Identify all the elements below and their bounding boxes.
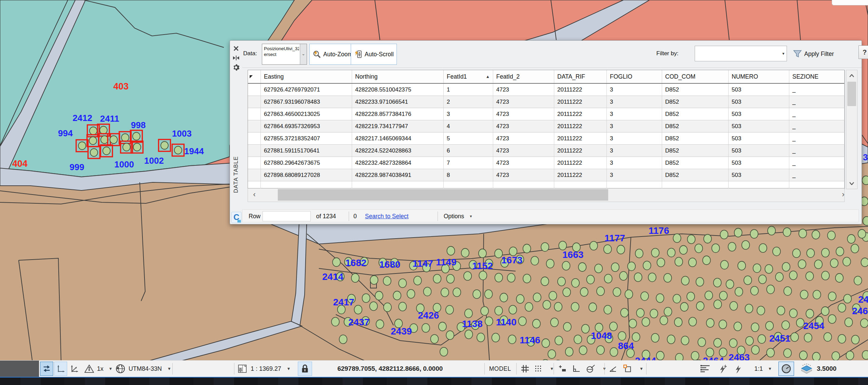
table-cell[interactable]: D852 (662, 120, 729, 132)
table-cell[interactable]: 627855.37218352407 (261, 133, 352, 144)
olive-tree[interactable] (551, 318, 558, 327)
row-header-cell[interactable] (248, 157, 261, 169)
olive-tree[interactable] (812, 352, 820, 361)
olive-tree[interactable] (687, 292, 695, 301)
table-cell[interactable]: 4282232.4827328864 (352, 157, 444, 169)
row-header-cell[interactable] (248, 133, 261, 144)
olive-tree[interactable] (812, 230, 820, 239)
olive-tree[interactable] (668, 248, 675, 257)
olive-tree[interactable] (657, 258, 665, 267)
table-row[interactable]: 627881.591151706414282224.52240288636472… (248, 145, 844, 157)
olive-tree[interactable] (384, 303, 391, 312)
olive-tree[interactable] (559, 241, 566, 250)
scale-lock-button[interactable] (298, 362, 312, 376)
scroll-left-icon[interactable]: ‹ (249, 190, 259, 200)
olive-tree[interactable] (571, 302, 579, 311)
olive-tree[interactable] (422, 324, 430, 332)
olive-tree[interactable] (407, 289, 415, 298)
row-header-cell[interactable] (248, 96, 261, 108)
row-header-cell[interactable] (248, 145, 261, 157)
table-cell[interactable]: 20111222 (554, 108, 607, 120)
olive-tree[interactable] (730, 302, 738, 310)
table-cell[interactable]: 627864.69357326953 (261, 120, 352, 132)
table-cell[interactable]: D852 (662, 96, 729, 108)
acs-axis-button[interactable] (68, 362, 81, 376)
olive-tree[interactable] (675, 257, 683, 266)
unpin-icon[interactable] (232, 54, 240, 62)
olive-tree[interactable] (641, 292, 649, 301)
apply-filter-button[interactable]: Apply Filter (791, 45, 836, 63)
olive-tree[interactable] (446, 305, 454, 314)
olive-tree[interactable] (680, 303, 688, 311)
row-header-cell[interactable] (248, 108, 261, 120)
olive-tree[interactable] (611, 263, 619, 271)
olive-tree[interactable] (744, 276, 752, 285)
olive-tree[interactable] (712, 244, 719, 252)
table-cell[interactable]: 7 (444, 157, 493, 169)
olive-tree[interactable] (541, 243, 549, 251)
olive-tree[interactable] (674, 318, 682, 327)
table-cell[interactable]: 627880.29642673675 (261, 157, 352, 169)
olive-tree[interactable] (103, 147, 110, 155)
olive-tree[interactable] (660, 316, 668, 325)
olive-tree[interactable] (393, 291, 401, 300)
olive-tree[interactable] (523, 244, 531, 253)
olive-tree[interactable] (664, 273, 672, 282)
olive-tree[interactable] (862, 350, 868, 359)
olive-tree[interactable] (798, 260, 806, 268)
table-cell[interactable]: 4282208.5510042375 (352, 84, 444, 96)
row-header-cell[interactable] (248, 84, 261, 96)
olive-tree[interactable] (673, 234, 681, 243)
olive-tree[interactable] (90, 127, 97, 135)
olive-tree[interactable] (734, 322, 742, 331)
scroll-up-icon[interactable] (846, 70, 857, 81)
olive-tree[interactable] (765, 265, 773, 273)
olive-tree[interactable] (768, 226, 775, 235)
olive-tree[interactable] (689, 258, 696, 267)
olive-tree[interactable] (634, 273, 642, 282)
olive-tree[interactable] (508, 335, 516, 344)
olive-tree[interactable] (500, 293, 508, 302)
olive-tree[interactable] (863, 217, 868, 225)
olive-tree[interactable] (89, 137, 97, 145)
olive-tree[interactable] (597, 346, 604, 354)
snap-mode-controls[interactable]: ▼ (558, 361, 606, 377)
table-cell[interactable]: D852 (662, 157, 729, 169)
olive-tree[interactable] (439, 322, 446, 331)
olive-tree[interactable] (673, 294, 681, 303)
olive-tree[interactable] (632, 332, 640, 341)
crs-control[interactable]: UTM84-33N ▼ (115, 361, 171, 377)
olive-tree[interactable] (101, 136, 108, 144)
olive-tree[interactable] (720, 230, 728, 239)
olive-tree[interactable] (399, 302, 406, 311)
olive-tree[interactable] (543, 300, 551, 309)
olive-tree[interactable] (548, 350, 556, 359)
table-cell[interactable]: 4282228.8577384176 (352, 108, 444, 120)
olive-tree[interactable] (766, 321, 773, 330)
olive-tree[interactable] (650, 309, 658, 318)
compass-toggle-button[interactable] (778, 362, 794, 376)
table-cell[interactable]: 4723 (493, 169, 554, 181)
olive-tree[interactable] (822, 248, 829, 257)
olive-tree[interactable] (414, 276, 422, 285)
olive-tree[interactable] (679, 246, 687, 255)
scroll-down-icon[interactable] (846, 178, 857, 189)
olive-tree[interactable] (714, 300, 721, 309)
table-cell[interactable]: 503 (729, 133, 789, 144)
olive-tree[interactable] (751, 323, 759, 332)
olive-tree[interactable] (110, 136, 117, 144)
olive-tree[interactable] (784, 349, 791, 358)
olive-tree[interactable] (362, 294, 370, 303)
olive-tree[interactable] (691, 351, 699, 360)
column-header-data_rif[interactable]: DATA_RIF (554, 70, 607, 83)
table-cell[interactable]: 503 (729, 96, 789, 108)
olive-tree[interactable] (461, 248, 469, 257)
olive-tree[interactable] (542, 339, 549, 348)
olive-tree[interactable] (354, 305, 362, 314)
olive-tree[interactable] (370, 302, 378, 310)
olive-tree[interactable] (473, 290, 481, 299)
olive-tree[interactable] (789, 271, 797, 280)
olive-tree[interactable] (746, 337, 753, 345)
olive-tree[interactable] (481, 307, 488, 316)
olive-tree[interactable] (799, 351, 807, 360)
